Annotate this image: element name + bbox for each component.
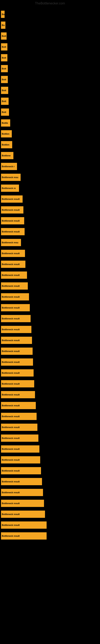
bar-item: Bottle bbox=[1, 119, 10, 126]
bar-row: Bottleneck result bbox=[1, 313, 99, 324]
bar-label: Bottleneck result bbox=[2, 230, 20, 233]
bar-item: Bottleneck result bbox=[1, 402, 36, 409]
bar-item: Bottleneck result bbox=[1, 272, 27, 279]
bar-label: Bott bbox=[2, 89, 6, 92]
bar-label: Bott bbox=[2, 68, 6, 70]
bar-item: Bott bbox=[1, 98, 9, 105]
bar-label: Bottlen bbox=[2, 132, 9, 135]
bar-row: Bottleneck result bbox=[1, 520, 99, 530]
bar-item: Bottleneck result bbox=[1, 293, 29, 300]
bar-label: Bottleneck result bbox=[2, 470, 20, 472]
bar-item: Bottleneck result bbox=[1, 315, 31, 322]
bar-row: Bott bbox=[1, 96, 99, 107]
bar-item: Bottleneck result bbox=[1, 228, 25, 235]
bar-row: Bott bbox=[1, 52, 99, 63]
bar-item: Bottleneck result bbox=[1, 282, 28, 290]
bar-item: Bottleneck result bbox=[1, 337, 32, 344]
bar-label: Bottleneck result bbox=[2, 394, 20, 396]
bar-label: Bott bbox=[2, 111, 6, 113]
bar-row: Bott bbox=[1, 107, 99, 118]
bar-label: Bottlene bbox=[2, 154, 11, 157]
bar-label: Bo bbox=[2, 24, 5, 26]
bar-label: Bottleneck result bbox=[2, 198, 20, 200]
bar-row: Bottleneck result bbox=[1, 454, 99, 465]
bar-row: Bottleneck result bbox=[1, 270, 99, 280]
bar-item: Bottleneck result bbox=[1, 304, 30, 311]
bar-item: Bott bbox=[1, 76, 8, 83]
bar-item: Bottleneck result bbox=[1, 391, 35, 398]
bar-item: Bottleneck result bbox=[1, 467, 41, 474]
bar-item: Bottleneck result bbox=[1, 369, 34, 376]
bar-label: Bottleneck result bbox=[2, 459, 20, 461]
bar-label: Bottleneck result bbox=[2, 263, 20, 266]
bar-label: Bottleneck result bbox=[2, 437, 20, 439]
bar-item: Bottleneck result bbox=[1, 413, 37, 420]
bar-item: Bottleneck result bbox=[1, 260, 25, 268]
bar-item: Bottleneck resu bbox=[1, 239, 21, 246]
bar-item: Bottleneck re bbox=[1, 184, 19, 192]
bar-label: Bottleneck result bbox=[2, 415, 20, 418]
bar-item: Bott bbox=[1, 54, 7, 62]
bar-label: Bottleneck result bbox=[2, 306, 20, 309]
bar-row: Bottleneck result bbox=[1, 204, 99, 215]
bar-item: Bottleneck result bbox=[1, 522, 47, 529]
bar-label: Bottleneck result bbox=[2, 317, 20, 320]
bar-row: Bottleneck result bbox=[1, 215, 99, 226]
bar-row: Bott bbox=[1, 85, 99, 96]
bar-row: Bott bbox=[1, 63, 99, 74]
bar-row: Bottleneck result bbox=[1, 422, 99, 433]
bar-row: Bottleneck result bbox=[1, 444, 99, 454]
bar-row: Bottleneck result bbox=[1, 356, 99, 368]
bar-label: Bottleneck result bbox=[2, 274, 20, 276]
bar-row: Bottleneck result bbox=[1, 346, 99, 356]
bar-row: Bottleneck result bbox=[1, 378, 99, 389]
bar-label: Bottleneck result bbox=[2, 448, 20, 450]
bar-row: Bottleneck result bbox=[1, 259, 99, 270]
bar-item: Bottleneck result bbox=[1, 478, 42, 485]
bar-row: Bottleneck result bbox=[1, 411, 99, 422]
bar-row: Bottleneck result bbox=[1, 433, 99, 444]
bar-row: Bottleneck result bbox=[1, 280, 99, 292]
bar-row: Bottleneck result bbox=[1, 498, 99, 509]
bar-item: Bo bbox=[1, 22, 5, 29]
bar-item: Bottleneck result bbox=[1, 445, 39, 452]
bar-label: Bottleneck result bbox=[2, 491, 20, 494]
bar-row: Bottleneck result bbox=[1, 302, 99, 313]
bar-row: Bo bbox=[1, 9, 99, 20]
bar-label: Bottleneck result bbox=[2, 209, 20, 211]
bar-item: Bo bbox=[1, 11, 4, 18]
bar-row: Bottleneck result bbox=[1, 400, 99, 411]
bar-label: Bottlen bbox=[2, 144, 9, 146]
bar-row: Bottleneck result bbox=[1, 324, 99, 335]
bar-row: Bottleneck result bbox=[1, 465, 99, 476]
bar-item: Bottleneck result bbox=[1, 326, 31, 333]
bar-label: Bottleneck result bbox=[2, 339, 20, 342]
bar-item: Bottlen bbox=[1, 141, 12, 148]
bar-item: Bottleneck resu bbox=[1, 174, 21, 181]
bar-row: Bottleneck r bbox=[1, 161, 99, 172]
bar-item: Bott bbox=[1, 43, 7, 50]
bar-label: Bottleneck result bbox=[2, 220, 20, 222]
bar-item: Bottleneck result bbox=[1, 434, 38, 442]
bar-label: Bottleneck result bbox=[2, 252, 20, 254]
bar-row: Bottleneck re bbox=[1, 183, 99, 194]
bar-label: Bottleneck result bbox=[2, 372, 20, 374]
bar-row: Bottleneck result bbox=[1, 248, 99, 259]
bar-row: Bottleneck result bbox=[1, 389, 99, 400]
bar-label: Bottleneck result bbox=[2, 535, 20, 537]
bar-label: Bott bbox=[2, 46, 6, 48]
bar-label: Bottleneck result bbox=[2, 382, 20, 385]
bar-label: Bottleneck result bbox=[2, 404, 20, 407]
site-title: TheBottlenecker.com bbox=[0, 0, 100, 7]
bar-item: Bottleneck result bbox=[1, 500, 44, 507]
bar-item: Bottleneck result bbox=[1, 196, 23, 203]
bar-label: Bott bbox=[2, 56, 6, 59]
bar-item: Bottleneck result bbox=[1, 348, 33, 355]
bar-label: Bott bbox=[2, 100, 6, 102]
bar-item: Bottleneck r bbox=[1, 163, 17, 170]
bar-item: Bottleneck result bbox=[1, 206, 23, 214]
bar-row: Bottlen bbox=[1, 128, 99, 139]
bar-item: Bott bbox=[1, 87, 8, 94]
bar-row: Bottleneck resu bbox=[1, 237, 99, 248]
bar-label: Bottleneck result bbox=[2, 285, 20, 287]
